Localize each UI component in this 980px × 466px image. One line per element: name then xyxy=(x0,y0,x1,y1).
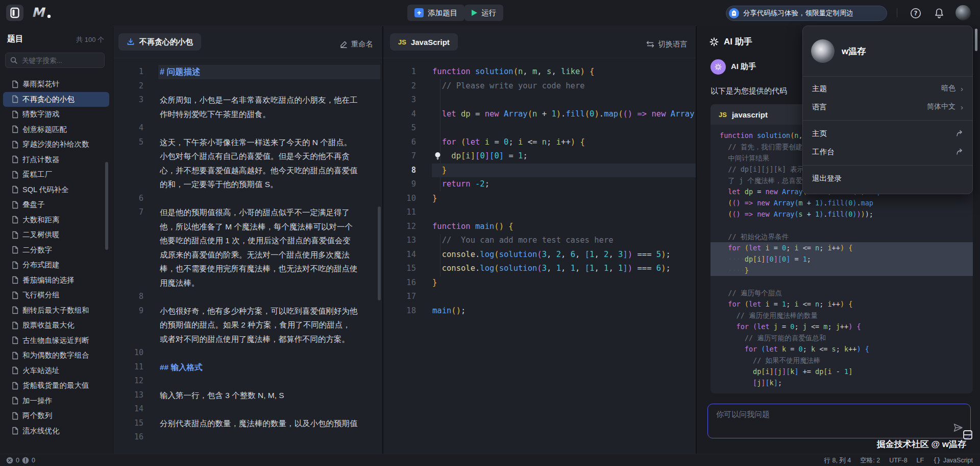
sidebar-item[interactable]: 流水线优化 xyxy=(3,424,109,439)
help-button[interactable]: ? xyxy=(910,7,922,19)
sidebar-scrollbar[interactable] xyxy=(105,162,108,250)
sidebar-item[interactable]: 打点计数器 xyxy=(3,152,109,168)
document-icon xyxy=(11,231,19,239)
ai-panel-scrollbar[interactable] xyxy=(975,29,977,51)
sidebar-item[interactable]: 加一操作 xyxy=(3,393,109,409)
document-icon xyxy=(11,427,19,435)
theme-value: 暗色 xyxy=(941,84,955,93)
document-icon xyxy=(11,110,19,119)
warning-icon xyxy=(22,457,29,464)
encoding-setting[interactable]: UTF-8 xyxy=(889,457,907,464)
ai-avatar xyxy=(710,59,726,75)
sidebar-item[interactable]: 番茄编辑的选择 xyxy=(3,273,109,288)
brand-logo[interactable]: M xyxy=(31,4,53,21)
ai-code-row: [j][k]; xyxy=(710,377,973,388)
document-icon xyxy=(11,321,19,330)
code-line: 12function main() { xyxy=(383,220,696,234)
sidebar-item-label: 古生物血缘远近判断 xyxy=(22,336,89,345)
sidebar-item[interactable]: 火车站选址 xyxy=(3,363,109,379)
sidebar-item[interactable]: 两个数列 xyxy=(3,408,109,424)
sidebar-item[interactable]: 和为偶数的数字组合 xyxy=(3,348,109,363)
ai-panel-header: AI 助手 xyxy=(709,36,752,48)
sidebar-item[interactable]: 蛋糕工厂 xyxy=(3,167,109,182)
code-editor[interactable]: 1function solution(n, m, s, like) {2 // … xyxy=(383,58,696,454)
sidebar-item[interactable]: 二叉树供暖 xyxy=(3,227,109,243)
download-icon xyxy=(127,38,135,46)
sidebar-item[interactable]: 创意标题匹配 xyxy=(3,122,109,137)
sidebar-item-label: 两个数列 xyxy=(22,411,52,421)
document-icon xyxy=(11,412,19,420)
language-mode[interactable]: {} JavaScript xyxy=(933,457,973,464)
sidebar-item[interactable]: 不再贪心的小包 xyxy=(3,92,109,107)
search-input[interactable] xyxy=(21,56,100,65)
warnings-indicator[interactable]: 0 xyxy=(22,457,35,464)
ai-chat-input[interactable] xyxy=(715,409,932,419)
sidebar-item[interactable]: 穿越沙漠的补给次数 xyxy=(3,137,109,152)
sidebar-item[interactable]: 暴雨梨花针 xyxy=(3,77,109,92)
sidebar-item[interactable]: 翻转后最大子数组和 xyxy=(3,303,109,318)
sidebar-item[interactable]: SQL 代码补全 xyxy=(3,182,109,198)
switch-language-button[interactable]: 切换语言 xyxy=(646,39,688,49)
sidebar-item[interactable]: 古生物血缘远近判断 xyxy=(3,333,109,348)
document-icon xyxy=(11,141,19,149)
status-bar: 0 0 行 8, 列 4 空格: 2 UTF-8 LF {} JavaScrip… xyxy=(0,454,980,466)
code-line: 14 console.log(solution(3, 2, 6, [1, 2, … xyxy=(383,248,696,262)
lightbulb-icon[interactable] xyxy=(434,151,442,160)
promo-banner[interactable]: 分享代码练习体验，领限量定制周边 xyxy=(726,6,887,21)
sidebar-item[interactable]: 二分数字 xyxy=(3,243,109,258)
problem-editor[interactable]: 1# 问题描述23众所周知，小包是一名非常喜欢吃甜点的小朋友，他在工作时特别爱吃… xyxy=(113,58,382,454)
sidebar-title: 题目 xyxy=(7,34,23,44)
menu-divider xyxy=(803,120,972,121)
send-icon[interactable] xyxy=(953,423,963,433)
code-line: 17 xyxy=(383,290,696,304)
search-icon xyxy=(10,57,17,64)
menu-item-language[interactable]: 语言 简体中文 › xyxy=(803,98,972,116)
pencil-icon xyxy=(340,40,348,48)
spark-icon xyxy=(709,37,719,46)
error-icon xyxy=(6,457,13,464)
indentation-setting[interactable]: 空格: 2 xyxy=(860,456,880,465)
doc-row: 12 xyxy=(113,374,382,388)
ai-code-row: for (let i = 1; i <= n; i++) { xyxy=(710,298,973,310)
promo-banner-text: 分享代码练习体验，领限量定制周边 xyxy=(743,9,853,18)
problem-tab[interactable]: 不再贪心的小包 xyxy=(118,33,201,51)
sidebar-toggle-button[interactable] xyxy=(6,5,23,21)
sidebar-item-label: 火车站选址 xyxy=(22,366,60,376)
doc-row: 15分别代表甜点的数量，魔法棒的数量，以及小包的预期值 xyxy=(113,416,382,431)
sidebar-item[interactable]: 分布式团建 xyxy=(3,258,109,273)
sidebar-item[interactable]: 猜数字游戏 xyxy=(3,107,109,122)
external-link-icon xyxy=(956,148,963,155)
add-problem-button[interactable]: + 添加题目 xyxy=(407,5,464,21)
sidebar-item-label: 暴雨梨花针 xyxy=(22,79,60,89)
sidebar-item[interactable]: 飞行棋分组 xyxy=(3,288,109,303)
ai-code-row: (() => new Array(s + 1).fill(0)))); xyxy=(710,208,973,220)
ai-code-row: for (let k = 0; k <= s; k++) { xyxy=(710,343,973,355)
menu-item-workspace[interactable]: 工作台 xyxy=(803,143,972,161)
problem-scrollbar[interactable] xyxy=(378,206,381,300)
panel-layout-icon[interactable] xyxy=(963,429,973,440)
sidebar-item[interactable]: 大数和距离 xyxy=(3,213,109,228)
user-avatar[interactable] xyxy=(955,5,971,20)
sidebar-item[interactable]: 股票收益最大化 xyxy=(3,318,109,333)
home-label: 主页 xyxy=(812,129,827,138)
cursor-position[interactable]: 行 8, 列 4 xyxy=(824,456,851,465)
rename-button[interactable]: 重命名 xyxy=(340,39,374,49)
notifications-button[interactable] xyxy=(933,7,945,19)
document-icon xyxy=(11,171,19,179)
menu-item-logout[interactable]: 退出登录 xyxy=(803,169,972,188)
run-button[interactable]: 运行 xyxy=(464,5,503,21)
doc-row: 2 xyxy=(113,79,382,94)
eol-setting[interactable]: LF xyxy=(917,457,924,464)
sidebar-item[interactable]: 叠盘子 xyxy=(3,197,109,213)
menu-item-theme[interactable]: 主题 暗色 › xyxy=(803,79,972,98)
errors-indicator[interactable]: 0 xyxy=(6,457,19,464)
menu-item-home[interactable]: 主页 xyxy=(803,124,972,143)
sidebar-item[interactable]: 货船载货量的最大值 xyxy=(3,378,109,393)
language-value: 简体中文 xyxy=(927,102,955,111)
sidebar-item-label: 蛋糕工厂 xyxy=(22,170,52,179)
document-icon xyxy=(11,201,19,209)
search-box[interactable] xyxy=(5,53,105,68)
sidebar-item-label: 穿越沙漠的补给次数 xyxy=(22,139,89,149)
language-tab[interactable]: JS JavaScript xyxy=(390,33,458,51)
warnings-count: 0 xyxy=(32,457,35,464)
